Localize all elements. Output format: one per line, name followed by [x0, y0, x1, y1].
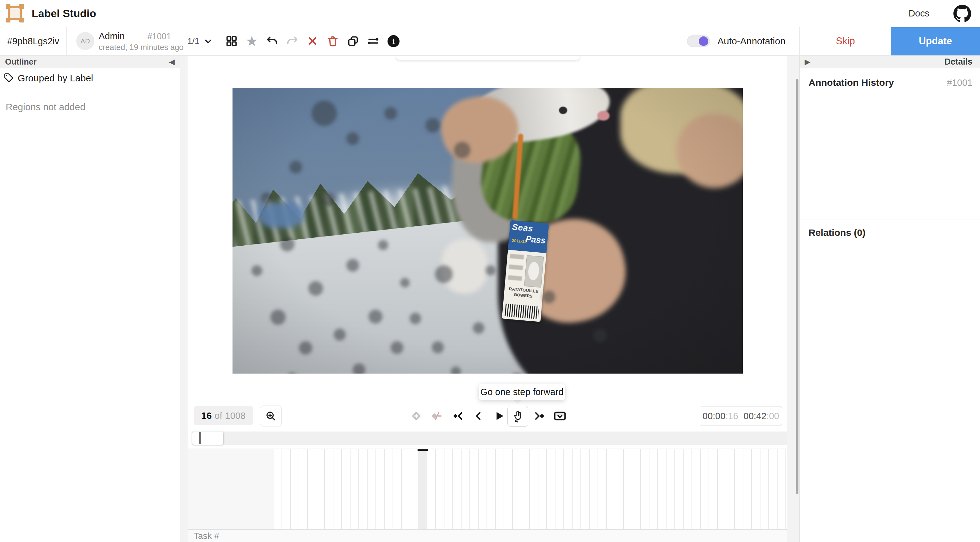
view-all-annotations-button[interactable] — [221, 27, 242, 56]
toggle-timeline-button[interactable] — [550, 402, 570, 430]
current-time: 00:00 — [703, 411, 725, 421]
playhead-marker[interactable] — [418, 449, 428, 451]
app-title: Label Studio — [32, 0, 96, 27]
frame-current[interactable]: 16 — [201, 410, 212, 421]
skip-button[interactable]: Skip — [799, 27, 891, 56]
current-time-frames: :16 — [725, 411, 738, 421]
play-button[interactable] — [489, 402, 509, 430]
delete-annotation-button[interactable] — [323, 27, 343, 56]
add-keyframe-button[interactable] — [406, 402, 426, 430]
tag-icon — [4, 73, 13, 84]
next-keyframe-button[interactable] — [530, 402, 550, 430]
frame-counter-input[interactable]: 16 of 1008 — [194, 406, 253, 425]
timeline-ruler[interactable] — [188, 449, 787, 530]
duration-time[interactable]: 00:42:00 — [741, 406, 782, 426]
top-header: Label Studio Docs — [0, 0, 980, 27]
collapse-left-icon[interactable]: ◀ — [169, 59, 175, 65]
relations-title: Relations (0) — [808, 227, 865, 238]
task-id: #9pb8Lgs2iv — [0, 27, 67, 56]
main-content: Seas Pass 2011-12 RATATOUILLE BOWERS Go … — [188, 56, 787, 542]
ground-truth-star-icon[interactable]: ★ — [242, 27, 262, 56]
undo-button[interactable] — [262, 27, 282, 56]
auto-annotation-toggle[interactable] — [687, 35, 710, 47]
minimap-viewport-handle[interactable] — [192, 432, 223, 445]
duplicate-annotation-button[interactable] — [343, 27, 363, 56]
duration: 00:42 — [743, 411, 767, 421]
relations-order-icon[interactable] — [363, 27, 383, 56]
annotation-created: created, 19 minutes ago — [99, 43, 183, 52]
details-title: Details — [944, 57, 972, 67]
details-panel: ▶ Details Annotation History #1001 Relat… — [799, 56, 980, 542]
annotation-history-title: Annotation History — [808, 77, 894, 88]
remove-keyframe-button[interactable] — [426, 402, 447, 430]
timeline-minimap[interactable] — [192, 432, 788, 445]
vertical-scrollbar[interactable] — [796, 79, 799, 494]
annotation-history-id: #1001 — [947, 78, 972, 88]
video-vignette — [232, 88, 743, 373]
label-studio-logo-icon[interactable] — [6, 4, 24, 22]
previous-keyframe-button[interactable] — [448, 402, 468, 430]
player-controls: 16 of 1008 — [188, 402, 787, 430]
task-label: Task # — [194, 531, 219, 541]
annotation-pager[interactable]: 1/1 — [187, 27, 200, 56]
redo-button[interactable] — [282, 27, 302, 56]
chevron-down-icon[interactable] — [203, 37, 213, 46]
step-forward-button[interactable] — [508, 406, 528, 427]
docs-link[interactable]: Docs — [908, 0, 929, 27]
grouping-label: Grouped by Label — [18, 73, 93, 84]
hand-cursor-icon — [511, 410, 525, 423]
frame-separator: of — [215, 411, 222, 421]
annotation-toolbar: #9pb8Lgs2iv AD Admin #1001 created, 19 m… — [0, 27, 980, 56]
frame-total: 1008 — [225, 411, 246, 421]
floating-toolbar-cutoff — [396, 56, 579, 60]
step-backward-button[interactable] — [468, 402, 488, 430]
update-button[interactable]: Update — [891, 27, 980, 56]
current-time-input[interactable]: 00:00:16 — [700, 406, 741, 426]
details-header: ▶ Details — [800, 56, 980, 69]
annotation-id: #1001 — [147, 32, 171, 41]
zoom-in-button[interactable] — [260, 406, 282, 426]
time-display: 00:00:16 00:42:00 — [700, 406, 782, 426]
minimap-playhead — [199, 432, 201, 444]
reset-annotation-button[interactable]: ✕ — [302, 27, 323, 56]
tooltip: Go one step forward — [479, 384, 565, 400]
task-footer: Task # — [188, 529, 787, 542]
regions-empty-message: Regions not added — [6, 102, 86, 112]
grouping-selector[interactable]: Grouped by Label — [0, 69, 180, 88]
avatar: AD — [76, 32, 94, 50]
github-icon[interactable] — [953, 5, 971, 22]
timeline-frames[interactable] — [274, 449, 787, 530]
video-frame[interactable]: Seas Pass 2011-12 RATATOUILLE BOWERS — [232, 88, 743, 373]
outliner-header: Outliner ◀ — [0, 56, 180, 69]
info-icon[interactable]: i — [383, 27, 404, 56]
toggle-knob — [699, 37, 708, 46]
annotation-history-section[interactable]: Annotation History #1001 — [800, 73, 980, 92]
outliner-panel: Outliner ◀ Grouped by Label Regions not … — [0, 56, 180, 542]
auto-annotation-label: Auto-Annotation — [718, 27, 786, 56]
duration-frames: :00 — [767, 411, 779, 421]
current-frame-column — [418, 449, 427, 530]
expand-right-icon[interactable]: ▶ — [805, 59, 810, 65]
annotation-author[interactable]: Admin — [99, 31, 125, 41]
relations-section[interactable]: Relations (0) — [800, 219, 980, 246]
outliner-title: Outliner — [5, 57, 37, 67]
